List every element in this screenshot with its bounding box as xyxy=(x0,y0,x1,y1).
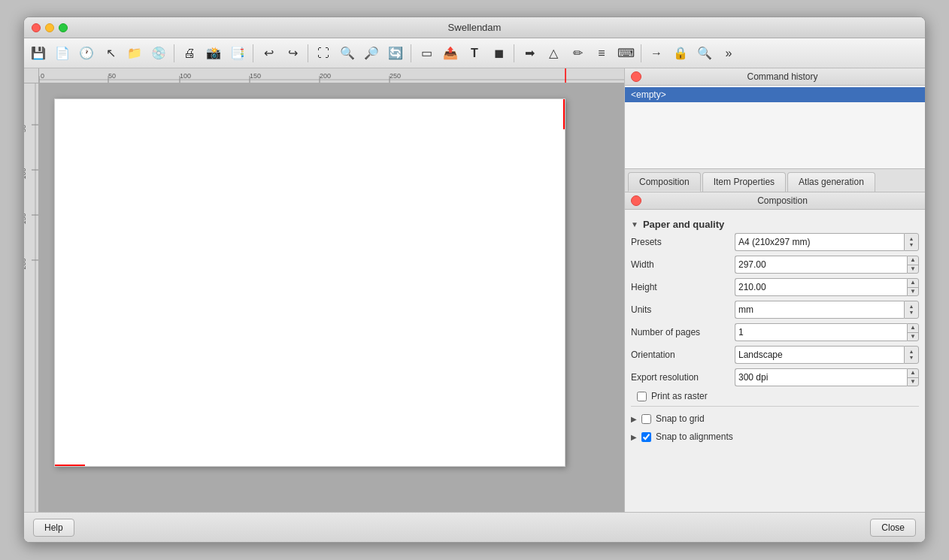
canvas-inner xyxy=(39,83,603,512)
zoom-out-button[interactable]: 🔎 xyxy=(360,42,383,65)
svg-text:200: 200 xyxy=(24,258,27,269)
paper-quality-section-header[interactable]: ▼ Paper and quality xyxy=(631,216,919,233)
snap-alignments-checkbox[interactable] xyxy=(641,432,651,442)
toolbar-separator-6 xyxy=(641,44,641,62)
svg-text:150: 150 xyxy=(250,72,261,80)
export-res-spin-buttons: ▲ ▼ xyxy=(907,368,919,386)
traffic-lights xyxy=(32,23,68,32)
orientation-select-value[interactable]: Landscape xyxy=(735,346,904,364)
print-button[interactable]: 🖨 xyxy=(178,42,201,65)
lock-button[interactable]: 🔒 xyxy=(669,42,692,65)
snap-alignments-arrow: ▶ xyxy=(631,433,637,441)
units-label: Units xyxy=(631,304,729,315)
export-image-button[interactable]: 📸 xyxy=(202,42,225,65)
divider-1 xyxy=(631,406,919,407)
draw-button[interactable]: ✏ xyxy=(566,42,589,65)
page-canvas xyxy=(54,98,565,467)
search-button[interactable]: 🔍 xyxy=(693,42,716,65)
select-button[interactable]: ↖ xyxy=(99,42,122,65)
export-res-input[interactable] xyxy=(735,368,907,386)
orientation-label: Orientation xyxy=(631,350,729,360)
minimize-button[interactable] xyxy=(45,23,54,32)
triangle-button[interactable]: △ xyxy=(542,42,565,65)
close-button[interactable]: Close xyxy=(870,519,916,537)
export-res-row: Export resolution ▲ ▼ xyxy=(631,368,919,386)
open-recent-button[interactable]: 🕐 xyxy=(75,42,98,65)
presets-select-value[interactable]: A4 (210x297 mm) xyxy=(735,233,904,251)
height-spin-down[interactable]: ▼ xyxy=(908,288,918,296)
width-input-wrapper: ▲ ▼ xyxy=(735,256,919,274)
orientation-select-arrow[interactable]: ▲ ▼ xyxy=(904,346,919,364)
export-res-spin-up[interactable]: ▲ xyxy=(908,369,918,378)
redo-button[interactable]: ↪ xyxy=(281,42,304,65)
close-button[interactable] xyxy=(32,23,41,32)
num-pages-row: Number of pages ▲ ▼ xyxy=(631,323,919,341)
print-as-raster-checkbox[interactable] xyxy=(637,392,647,401)
print-as-raster-label[interactable]: Print as raster xyxy=(651,391,708,401)
toolbar-separator-2 xyxy=(253,44,253,62)
add-shape-button[interactable]: ◼ xyxy=(487,42,510,65)
width-input[interactable] xyxy=(735,256,907,274)
zoom-full-button[interactable]: ⛶ xyxy=(312,42,335,65)
num-pages-spin-down[interactable]: ▼ xyxy=(908,333,918,341)
arrow2-button[interactable]: → xyxy=(645,42,668,65)
export-res-input-wrapper: ▲ ▼ xyxy=(735,368,919,386)
add-text-button[interactable]: T xyxy=(463,42,486,65)
tab-composition[interactable]: Composition xyxy=(628,172,701,192)
snap-grid-section[interactable]: ▶ Snap to grid xyxy=(631,410,919,428)
command-history-panel: × Command history <empty> xyxy=(625,68,925,169)
more-button[interactable]: » xyxy=(717,42,740,65)
export2-button[interactable]: 📤 xyxy=(439,42,462,65)
select2-button[interactable]: ▭ xyxy=(415,42,438,65)
refresh-button[interactable]: 🔄 xyxy=(384,42,407,65)
open-folder-button[interactable]: 📁 xyxy=(123,42,146,65)
script-button[interactable]: ⌨ xyxy=(614,42,637,65)
command-history-close-button[interactable]: × xyxy=(631,71,641,82)
canvas-viewport[interactable] xyxy=(39,83,624,512)
ruler-corner xyxy=(24,68,39,83)
num-pages-spin-up[interactable]: ▲ xyxy=(908,324,918,333)
panel-close-button[interactable] xyxy=(631,195,641,206)
toolbar-separator-1 xyxy=(174,44,174,62)
tab-atlas-generation[interactable]: Atlas generation xyxy=(787,172,875,192)
svg-text:250: 250 xyxy=(390,72,401,80)
paper-quality-arrow: ▼ xyxy=(631,220,638,229)
snap-alignments-label[interactable]: Snap to alignments xyxy=(656,431,733,442)
num-pages-input[interactable] xyxy=(735,323,907,341)
svg-text:50: 50 xyxy=(108,72,116,80)
right-panel: × Command history <empty> Composition It… xyxy=(624,68,925,512)
properties-button[interactable]: ≡ xyxy=(590,42,613,65)
snap-grid-checkbox[interactable] xyxy=(641,414,651,424)
export-res-spin-down[interactable]: ▼ xyxy=(908,378,918,386)
footer: Help Close xyxy=(24,512,925,542)
units-select-arrow[interactable]: ▲ ▼ xyxy=(904,301,919,319)
maximize-button[interactable] xyxy=(59,23,68,32)
zoom-in-button[interactable]: 🔍 xyxy=(336,42,359,65)
command-history-list: <empty> xyxy=(625,86,925,168)
help-button[interactable]: Help xyxy=(33,519,74,537)
units-select-value[interactable]: mm xyxy=(735,301,904,319)
new-button[interactable]: 📄 xyxy=(51,42,74,65)
toolbar-separator-5 xyxy=(514,44,514,62)
height-spin-up[interactable]: ▲ xyxy=(908,279,918,288)
command-history-header: × Command history xyxy=(625,68,925,86)
main-content: 0 50 100 150 200 250 xyxy=(24,68,925,512)
width-spin-down[interactable]: ▼ xyxy=(908,265,918,274)
width-spin-up[interactable]: ▲ xyxy=(908,256,918,265)
add-arrow-button[interactable]: ➡ xyxy=(518,42,541,65)
height-input[interactable] xyxy=(735,278,907,296)
red-marker-h xyxy=(55,465,85,466)
snap-alignments-section[interactable]: ▶ Snap to alignments xyxy=(631,428,919,446)
orientation-select-wrapper: Landscape ▲ ▼ xyxy=(735,346,919,364)
panel-title: Composition xyxy=(646,195,919,206)
save-button[interactable]: 💾 xyxy=(27,42,50,65)
undo-button[interactable]: ↩ xyxy=(257,42,280,65)
save-as-button[interactable]: 💿 xyxy=(147,42,170,65)
export-pdf-button[interactable]: 📑 xyxy=(226,42,249,65)
presets-select-arrow[interactable]: ▲ ▼ xyxy=(904,233,919,251)
title-bar: Swellendam xyxy=(24,17,925,38)
command-history-item[interactable]: <empty> xyxy=(625,87,925,102)
snap-grid-label[interactable]: Snap to grid xyxy=(656,413,705,424)
snap-grid-arrow: ▶ xyxy=(631,415,637,423)
tab-item-properties[interactable]: Item Properties xyxy=(702,172,786,192)
